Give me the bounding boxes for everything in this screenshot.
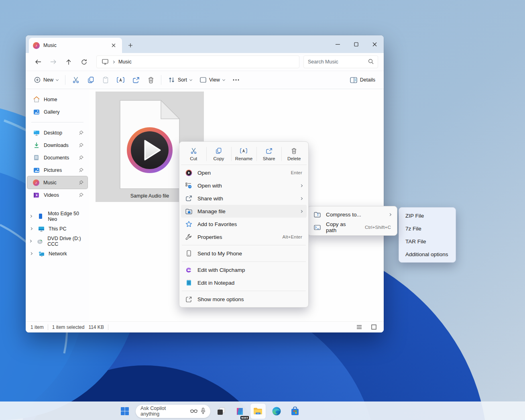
- edge-icon: [272, 406, 281, 416]
- submenu-chevron-icon: [300, 184, 303, 187]
- tab-close-icon[interactable]: [109, 41, 118, 50]
- cut-button[interactable]: [69, 73, 83, 87]
- sidebar-item-documents[interactable]: Documents: [27, 151, 88, 164]
- send-phone-icon: [185, 250, 192, 257]
- search-input[interactable]: Search Music: [303, 55, 378, 68]
- details-view-toggle-icon[interactable]: [354, 323, 364, 332]
- gallery-icon: [33, 108, 40, 115]
- sort-dropdown-icon: [189, 78, 192, 81]
- properties-wrench-icon: [185, 233, 192, 241]
- dvd-icon: [37, 238, 43, 245]
- pin-icon: [77, 142, 84, 149]
- maximize-button[interactable]: [347, 37, 365, 52]
- expand-chevron-icon[interactable]: [28, 215, 33, 217]
- menu-item-properties[interactable]: Properties Alt+Enter: [181, 230, 307, 243]
- minimize-button[interactable]: [328, 37, 347, 52]
- rename-quick-button[interactable]: Rename: [231, 143, 256, 165]
- copy-path-icon: [313, 224, 321, 231]
- windows-logo-icon: [120, 406, 130, 416]
- expand-chevron-icon[interactable]: [28, 228, 34, 230]
- compress-icon: [313, 211, 321, 218]
- menu-item-copy-as-path[interactable]: Copy as path Ctrl+Shift+C: [309, 221, 395, 234]
- sidebar-item-dvd-drive[interactable]: DVD Drive (D:) CCC: [27, 235, 88, 247]
- address-bar[interactable]: Music: [96, 55, 299, 68]
- copy-button[interactable]: [84, 73, 98, 87]
- copy-icon: [215, 147, 222, 155]
- show-more-icon: [185, 296, 192, 303]
- sidebar-item-moto-edge[interactable]: Moto Edge 50 Neo: [27, 210, 88, 222]
- close-button[interactable]: [365, 37, 384, 52]
- breadcrumb[interactable]: Music: [118, 59, 132, 65]
- explorer-tab[interactable]: ♪ Music: [29, 38, 122, 53]
- expand-chevron-icon[interactable]: [28, 253, 34, 255]
- thumbnail-view-toggle-icon[interactable]: [368, 323, 379, 332]
- sidebar-item-pictures[interactable]: Pictures: [27, 164, 88, 176]
- submenu-chevron-icon: [300, 210, 303, 212]
- menu-item-send-to-my-phone[interactable]: Send to My Phone: [181, 247, 307, 260]
- refresh-icon[interactable]: [77, 55, 91, 68]
- microphone-icon[interactable]: [201, 408, 206, 415]
- pin-icon: [77, 167, 84, 173]
- up-icon[interactable]: [62, 55, 75, 68]
- cut-quick-button[interactable]: Cut: [181, 143, 206, 165]
- start-button[interactable]: [117, 404, 132, 419]
- back-icon[interactable]: [31, 55, 45, 68]
- m365-copilot-button[interactable]: M365: [232, 404, 247, 419]
- sort-button[interactable]: Sort: [165, 73, 195, 87]
- command-toolbar: New Sort View: [26, 71, 384, 89]
- sidebar-item-gallery[interactable]: Gallery: [27, 106, 88, 118]
- search-placeholder: Search Music: [308, 59, 338, 65]
- sidebar-item-videos[interactable]: Videos: [27, 189, 88, 201]
- menu-item-add-to-favorites[interactable]: Add to Favorites: [181, 218, 307, 230]
- edge-taskbar-button[interactable]: [269, 404, 284, 419]
- sidebar-item-network[interactable]: Network: [27, 247, 88, 260]
- rename-button[interactable]: [113, 73, 128, 87]
- delete-button[interactable]: [144, 73, 158, 87]
- search-icon[interactable]: [368, 59, 374, 65]
- item-count: 1 item: [31, 324, 44, 330]
- expand-chevron-icon[interactable]: [28, 240, 33, 242]
- details-button[interactable]: Details: [346, 73, 379, 87]
- sidebar-item-desktop[interactable]: Desktop: [27, 126, 88, 139]
- menu-item-7z-file[interactable]: 7z File: [401, 222, 454, 235]
- sidebar-item-downloads[interactable]: Downloads: [27, 139, 88, 151]
- new-dropdown-icon: [56, 78, 59, 81]
- music-icon: ♪: [33, 179, 39, 186]
- share-button[interactable]: [129, 73, 143, 87]
- menu-item-open[interactable]: Open Enter: [181, 166, 307, 179]
- menu-item-manage-file[interactable]: Manage file: [181, 205, 307, 218]
- menu-item-show-more-options[interactable]: Show more options: [181, 293, 307, 306]
- menu-item-share-with[interactable]: Share with: [181, 192, 307, 205]
- selection-count: 1 item selected: [52, 324, 85, 330]
- sidebar-item-music[interactable]: ♪ Music: [27, 176, 88, 189]
- view-button[interactable]: View: [196, 73, 228, 87]
- manage-file-icon: [185, 208, 192, 215]
- tab-title: Music: [43, 43, 57, 48]
- menu-item-edit-with-clipchamp[interactable]: Edit with Clipchamp: [181, 263, 307, 276]
- menu-item-edit-in-notepad[interactable]: Edit in Notepad: [181, 276, 307, 289]
- videos-icon: [33, 192, 40, 198]
- copy-quick-button[interactable]: Copy: [206, 143, 232, 165]
- more-options-icon[interactable]: [229, 73, 243, 87]
- phone-icon: [37, 213, 44, 220]
- share-quick-button[interactable]: Share: [256, 143, 282, 165]
- copilot-search-input[interactable]: Ask Copilot anything: [136, 405, 210, 418]
- menu-item-additional-options[interactable]: Additional options: [401, 248, 454, 261]
- notepad-icon: [185, 279, 192, 286]
- new-button[interactable]: New: [31, 73, 62, 87]
- sidebar-item-this-pc[interactable]: This PC: [27, 222, 88, 235]
- delete-quick-button[interactable]: Delete: [281, 143, 307, 165]
- sidebar-item-home[interactable]: Home: [27, 93, 88, 106]
- task-view-button[interactable]: [214, 404, 229, 419]
- menu-item-tar-file[interactable]: TAR File: [401, 235, 454, 248]
- quick-actions-row: Cut Copy Rename Share Delete: [181, 143, 307, 165]
- new-tab-button[interactable]: [124, 39, 136, 51]
- menu-item-compress-to[interactable]: Compress to...: [309, 208, 395, 221]
- computer-icon: [38, 225, 45, 232]
- store-taskbar-button[interactable]: [287, 404, 303, 419]
- share-with-icon: [185, 195, 192, 202]
- file-explorer-taskbar-button[interactable]: [250, 404, 266, 419]
- copilot-vision-glasses-icon[interactable]: [190, 408, 197, 414]
- menu-item-open-with[interactable]: Open with: [181, 179, 307, 192]
- menu-item-zip-file[interactable]: ZIP File: [401, 209, 454, 222]
